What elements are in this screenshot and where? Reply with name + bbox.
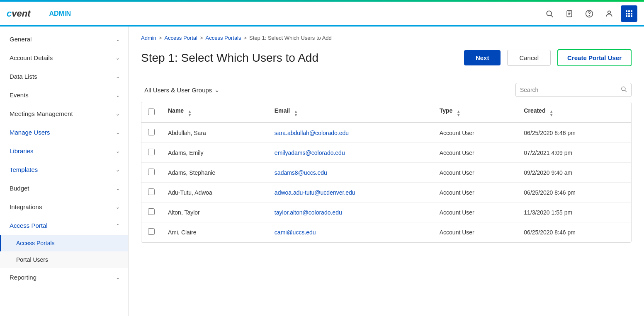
chevron-down-icon: ⌄ xyxy=(116,204,120,210)
chevron-down-icon: ⌄ xyxy=(116,167,120,173)
select-all-header[interactable] xyxy=(141,102,161,123)
search-input[interactable] xyxy=(520,87,619,93)
row-created-2: 09/2/2020 9:40 am xyxy=(517,163,631,183)
row-created-1: 07/2/2021 4:09 pm xyxy=(517,143,631,163)
svg-rect-15 xyxy=(626,15,627,17)
filter-bar: All Users & User Groups ⌄ xyxy=(141,78,632,102)
row-checkbox-cell[interactable] xyxy=(141,183,161,203)
cancel-button[interactable]: Cancel xyxy=(507,50,551,66)
user-group-filter-dropdown[interactable]: All Users & User Groups ⌄ xyxy=(141,84,223,96)
apps-nav-button[interactable] xyxy=(621,5,637,22)
svg-rect-13 xyxy=(628,13,630,14)
svg-line-1 xyxy=(551,15,553,17)
col-type[interactable]: Type ▲▼ xyxy=(433,102,518,123)
sidebar-item-events[interactable]: Events ⌄ xyxy=(0,86,128,104)
sidebar-subitem-access-portals[interactable]: Access Portals xyxy=(0,235,128,251)
chevron-down-icon: ⌄ xyxy=(116,74,120,80)
search-icon xyxy=(620,86,627,94)
clipboard-nav-button[interactable] xyxy=(561,5,578,22)
search-nav-button[interactable] xyxy=(541,5,558,22)
row-created-0: 06/25/2020 8:46 pm xyxy=(517,123,631,143)
table-row: Adams, Emily emilyadams@colorado.edu Acc… xyxy=(141,143,631,163)
row-type-3: Account User xyxy=(433,183,518,203)
row-created-3: 06/25/2020 8:46 pm xyxy=(517,183,631,203)
breadcrumb-access-portal[interactable]: Access Portal xyxy=(164,35,197,41)
chevron-down-icon: ⌄ xyxy=(116,55,120,61)
create-portal-user-button[interactable]: Create Portal User xyxy=(557,49,632,66)
sidebar-item-integrations[interactable]: Integrations ⌄ xyxy=(0,198,128,216)
row-name-0: Abdullah, Sara xyxy=(161,123,268,143)
sidebar-item-meetings-management[interactable]: Meetings Management ⌄ xyxy=(0,104,128,123)
sidebar-item-manage-users[interactable]: Manage Users ⌄ xyxy=(0,123,128,142)
row-type-2: Account User xyxy=(433,163,518,183)
breadcrumb: Admin > Access Portal > Access Portals >… xyxy=(141,35,632,41)
row-checkbox-3[interactable] xyxy=(148,188,155,195)
row-checkbox-0[interactable] xyxy=(148,129,155,135)
chevron-up-icon: ⌄ xyxy=(116,223,120,229)
row-name-5: Ami, Claire xyxy=(161,222,268,242)
col-created[interactable]: Created ▲▼ xyxy=(517,102,631,123)
sidebar-item-access-portal[interactable]: Access Portal ⌄ xyxy=(0,216,128,235)
help-nav-button[interactable] xyxy=(581,5,598,22)
nav-divider xyxy=(40,8,40,19)
row-created-5: 06/25/2020 8:46 pm xyxy=(517,222,631,242)
chevron-down-icon: ⌄ xyxy=(116,275,120,280)
table-row: Abdullah, Sara sara.abdullah@colorado.ed… xyxy=(141,123,631,143)
table-body: Abdullah, Sara sara.abdullah@colorado.ed… xyxy=(141,123,631,242)
users-table-container: Name ▲▼ Email ▲▼ Type ▲▼ Created xyxy=(141,102,632,243)
row-checkbox-2[interactable] xyxy=(148,169,155,175)
sort-icon-email: ▲▼ xyxy=(294,110,298,117)
row-email-4: taylor.alton@colorado.edu xyxy=(268,203,433,222)
sidebar-item-budget[interactable]: Budget ⌄ xyxy=(0,179,128,198)
row-checkbox-cell[interactable] xyxy=(141,222,161,242)
row-name-3: Adu-Tutu, Adwoa xyxy=(161,183,268,203)
sidebar-item-account-details[interactable]: Account Details ⌄ xyxy=(0,48,128,67)
filter-dropdown-label: All Users & User Groups xyxy=(144,87,212,94)
chevron-down-icon: ⌄ xyxy=(116,92,120,98)
svg-rect-16 xyxy=(628,15,630,17)
svg-rect-11 xyxy=(631,10,632,12)
sort-icon-created: ▲▼ xyxy=(549,110,553,117)
col-email[interactable]: Email ▲▼ xyxy=(268,102,433,123)
row-checkbox-4[interactable] xyxy=(148,208,155,215)
col-name[interactable]: Name ▲▼ xyxy=(161,102,268,123)
row-checkbox-cell[interactable] xyxy=(141,163,161,183)
breadcrumb-access-portals[interactable]: Access Portals xyxy=(206,35,241,41)
row-type-4: Account User xyxy=(433,203,518,222)
sidebar-item-libraries[interactable]: Libraries ⌄ xyxy=(0,142,128,160)
row-checkbox-cell[interactable] xyxy=(141,143,161,163)
sidebar-item-general[interactable]: General ⌄ xyxy=(0,30,128,48)
row-email-3: adwoa.adu-tutu@ucdenver.edu xyxy=(268,183,433,203)
select-all-checkbox[interactable] xyxy=(148,109,155,115)
table-row: Ami, Claire cami@uccs.edu Account User 0… xyxy=(141,222,631,242)
sidebar-sub-access-portal: Access Portals Portal Users xyxy=(0,235,128,268)
breadcrumb-admin[interactable]: Admin xyxy=(141,35,156,41)
svg-rect-17 xyxy=(631,15,632,17)
page-title: Step 1: Select Which Users to Add xyxy=(141,51,457,65)
row-checkbox-1[interactable] xyxy=(148,149,155,155)
sort-icon-type: ▲▼ xyxy=(457,110,460,117)
sidebar-item-reporting[interactable]: Reporting ⌄ xyxy=(0,268,128,287)
breadcrumb-current: Step 1: Select Which Users to Add xyxy=(249,35,332,41)
search-box xyxy=(515,83,632,97)
chevron-down-icon: ⌄ xyxy=(116,186,120,191)
svg-rect-12 xyxy=(626,13,627,14)
logo-area: cvent ADMIN xyxy=(7,8,71,19)
row-checkbox-cell[interactable] xyxy=(141,203,161,222)
row-checkbox-cell[interactable] xyxy=(141,123,161,143)
user-nav-button[interactable] xyxy=(601,5,617,22)
chevron-down-icon: ⌄ xyxy=(214,86,220,94)
row-type-0: Account User xyxy=(433,123,518,143)
sort-icon-name: ▲▼ xyxy=(188,110,192,117)
logo-vent: vent xyxy=(12,8,30,19)
sidebar-item-templates[interactable]: Templates ⌄ xyxy=(0,160,128,179)
sidebar-subitem-portal-users[interactable]: Portal Users xyxy=(0,251,128,268)
svg-point-18 xyxy=(622,87,625,91)
row-checkbox-5[interactable] xyxy=(148,228,155,235)
chevron-down-icon: ⌄ xyxy=(116,36,120,42)
main-content: Admin > Access Portal > Access Portals >… xyxy=(129,27,644,316)
row-name-2: Adams, Stephanie xyxy=(161,163,268,183)
sidebar-item-data-lists[interactable]: Data Lists ⌄ xyxy=(0,67,128,86)
table-row: Adu-Tutu, Adwoa adwoa.adu-tutu@ucdenver.… xyxy=(141,183,631,203)
next-button[interactable]: Next xyxy=(464,50,501,65)
